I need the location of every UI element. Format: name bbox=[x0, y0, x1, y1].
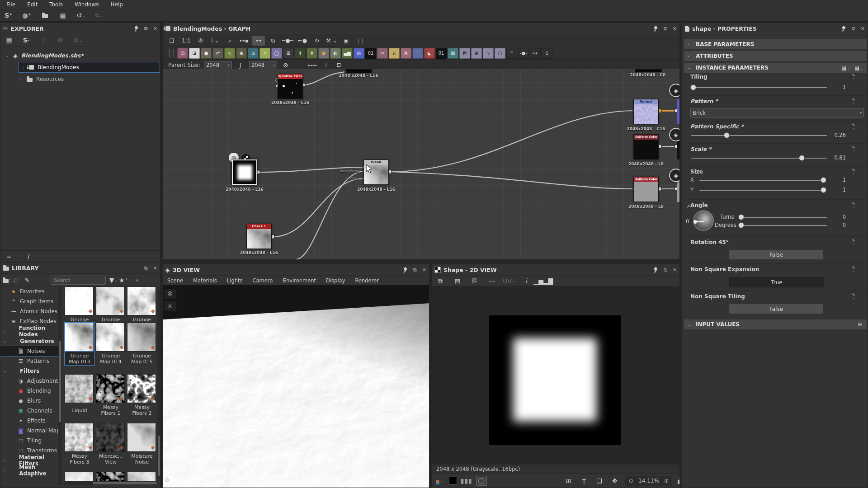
menu-windows[interactable]: Windows bbox=[75, 1, 99, 8]
close-icon[interactable]: ✕ bbox=[673, 26, 677, 32]
view3d-menu-item[interactable]: Materials bbox=[193, 277, 217, 284]
fit-frame-icon[interactable]: ❏ bbox=[594, 476, 604, 485]
new-package-icon[interactable]: ◍⁺ bbox=[22, 11, 32, 20]
info-tab-icon[interactable]: i bbox=[23, 252, 33, 261]
new-window-icon[interactable]: ⧉ bbox=[435, 277, 445, 286]
graph-tree-tab-icon[interactable]: ⊨ bbox=[4, 252, 14, 261]
function-icon[interactable]: ∿ bbox=[849, 73, 858, 80]
parent-width-dropdown[interactable]: 2048▾ bbox=[204, 61, 232, 70]
graph-node-uniform-color-2[interactable]: Uniform Color bbox=[633, 177, 659, 202]
library-category[interactable]: ● Blurs bbox=[0, 396, 61, 406]
section-instance-parameters[interactable]: ⌄INSTANCE PARAMETERS ▤⌄ ▤⌄ bbox=[684, 63, 867, 73]
new-package-icon[interactable]: ◍⁺ bbox=[12, 276, 22, 285]
graph-canvas[interactable]: 2048 x2048 - L16 Splatter Circle 2048x20… bbox=[163, 69, 679, 259]
section-attributes[interactable]: ›ATTRIBUTES bbox=[684, 51, 867, 61]
library-category[interactable]: ☰ Patterns bbox=[0, 356, 61, 366]
curve-node-button[interactable]: ∿ bbox=[224, 48, 235, 59]
tree-row-resources[interactable]: › Resources bbox=[19, 74, 160, 84]
scale-slider[interactable] bbox=[691, 158, 827, 159]
graph-node-check[interactable]: Check 1 bbox=[246, 224, 272, 249]
fractal-sum-button[interactable]: ▦ bbox=[448, 48, 458, 59]
library-category[interactable]: › Function Nodes bbox=[0, 326, 61, 336]
pan-icon[interactable]: ✥ bbox=[610, 476, 620, 485]
library-category[interactable]: ★ Favorites bbox=[0, 286, 61, 296]
crop-node-button[interactable]: ✂ bbox=[377, 48, 388, 59]
close-icon[interactable]: ✕ bbox=[673, 267, 677, 273]
graph-view-button[interactable]: ⊶ bbox=[252, 36, 265, 46]
search-icon-button[interactable]: ⌕ bbox=[223, 36, 236, 46]
frame-button[interactable]: ⬚ bbox=[354, 36, 367, 46]
grayscale-conversion-button[interactable]: 01 bbox=[365, 48, 376, 59]
pin-icon[interactable] bbox=[841, 26, 846, 32]
thumbnail-hscrollbar[interactable] bbox=[64, 481, 158, 485]
library-category[interactable]: ⌄ Filters bbox=[0, 366, 61, 376]
svg-node-button[interactable]: ◪ bbox=[189, 48, 200, 59]
dot-link-button[interactable]: -●- bbox=[518, 48, 529, 59]
tools-wrench-button[interactable]: ⚒ ⌄ bbox=[325, 36, 338, 46]
channels-icon[interactable]: ▬⌄ bbox=[434, 476, 444, 485]
favorite-star-icon[interactable]: ★⁺ bbox=[118, 276, 128, 285]
export-icon[interactable]: ⇧ bbox=[38, 36, 48, 45]
library-search-input[interactable] bbox=[51, 276, 106, 285]
overflow-chevrons-icon[interactable]: » bbox=[132, 276, 142, 285]
elbow-links-button[interactable]: ⌐● bbox=[296, 36, 309, 46]
pin-icon[interactable] bbox=[653, 26, 658, 32]
view-3d-cube-badge-icon[interactable]: ◈ bbox=[669, 169, 679, 182]
edit-filter-icon[interactable]: ✎ bbox=[22, 276, 32, 285]
view3d-menu-item[interactable]: Scene bbox=[167, 277, 183, 284]
flood-fill-button[interactable]: ◣ bbox=[424, 48, 435, 59]
background-color-swatch[interactable] bbox=[449, 477, 457, 485]
function-icon[interactable]: ∿ bbox=[849, 168, 858, 175]
height-blend-button[interactable]: ⬆ bbox=[295, 48, 306, 59]
info-icon[interactable]: i bbox=[521, 277, 531, 286]
rotation45-toggle[interactable]: False bbox=[729, 250, 823, 259]
snap-magnet-icon[interactable]: Ω bbox=[335, 60, 344, 70]
library-thumbnail[interactable]: ❖ Liquid bbox=[65, 374, 94, 417]
thumbnails-button[interactable]: ▣ bbox=[340, 36, 353, 46]
library-thumbnail[interactable]: ❖ Messy Fibers 3 bbox=[65, 423, 94, 465]
info-button[interactable]: i ⌄ bbox=[209, 36, 222, 46]
view3d-viewport[interactable]: ✇ ☼ ✥ bbox=[163, 285, 429, 488]
uniform-color-button[interactable]: ▣ bbox=[471, 48, 482, 59]
new-substance-icon[interactable]: S⁺ bbox=[4, 11, 14, 20]
menu-help[interactable]: Help bbox=[110, 1, 123, 8]
graph-node-splatter[interactable]: Splatter Circle bbox=[278, 74, 303, 99]
value-node-button[interactable]: ▢ bbox=[495, 48, 505, 59]
menu-tools[interactable]: Tools bbox=[49, 1, 63, 8]
section-input-values[interactable]: ⌄INPUT VALUES ⊕ bbox=[684, 319, 867, 329]
maximize-icon[interactable]: ⧉ bbox=[413, 267, 417, 273]
graph-node-clipped-top[interactable] bbox=[345, 69, 372, 73]
view3d-menu-item[interactable]: Lights bbox=[227, 277, 243, 284]
lock-icon[interactable] bbox=[678, 480, 680, 484]
gizmo-axes-icon[interactable]: ✥ bbox=[165, 477, 170, 483]
library-thumbnail[interactable]: ❖ Moisture Noise bbox=[127, 423, 157, 465]
histogram-icon[interactable]: ▁▅▂▇ bbox=[538, 277, 548, 286]
graph-item-button[interactable]: ⊶ bbox=[530, 48, 541, 59]
menu-file[interactable]: File bbox=[6, 1, 15, 8]
tree-row-graph[interactable]: › BlendingModes bbox=[19, 62, 160, 73]
text-node-button[interactable]: A bbox=[401, 48, 411, 59]
mirror-node-button[interactable]: ◭ bbox=[389, 48, 400, 59]
straight-links-button[interactable]: ─●─ bbox=[281, 36, 294, 46]
curve-editor-button[interactable]: ∿ bbox=[483, 48, 494, 59]
category-scrollbar[interactable] bbox=[58, 286, 61, 485]
library-category[interactable]: ✶ Effects bbox=[0, 416, 61, 426]
save-icon[interactable]: ▤ bbox=[4, 36, 14, 45]
link-display-button[interactable]: ⊷▪ bbox=[238, 36, 250, 46]
graph-node-clipped-right[interactable] bbox=[635, 69, 662, 72]
camera-icon[interactable]: ✇ bbox=[164, 289, 176, 299]
library-category[interactable]: ≣ Channels bbox=[0, 406, 61, 416]
view-3d-cube-badge-icon[interactable]: ◈ bbox=[669, 128, 679, 141]
function-icon[interactable]: ∿ bbox=[849, 238, 858, 245]
tile-sampler-button[interactable]: ⊞ bbox=[283, 48, 294, 59]
zoom-out-button[interactable]: ⊖ bbox=[629, 478, 633, 484]
zoom-in-button[interactable]: ⊕ bbox=[664, 478, 669, 484]
gradient-node-button[interactable]: ◐ bbox=[330, 48, 341, 59]
maximize-icon[interactable]: ⧉ bbox=[144, 265, 148, 271]
link-size-icon[interactable]: ʃ bbox=[236, 61, 245, 70]
maximize-icon[interactable]: ⧉ bbox=[852, 26, 855, 32]
library-category[interactable]: › Mesh Adaptive bbox=[0, 465, 61, 475]
transform-2d-button[interactable]: ⬚ bbox=[412, 48, 423, 59]
library-thumbnail[interactable]: ❖ Grunge Map 015 bbox=[127, 323, 157, 365]
view3d-menu-item[interactable]: Camera bbox=[252, 277, 273, 284]
